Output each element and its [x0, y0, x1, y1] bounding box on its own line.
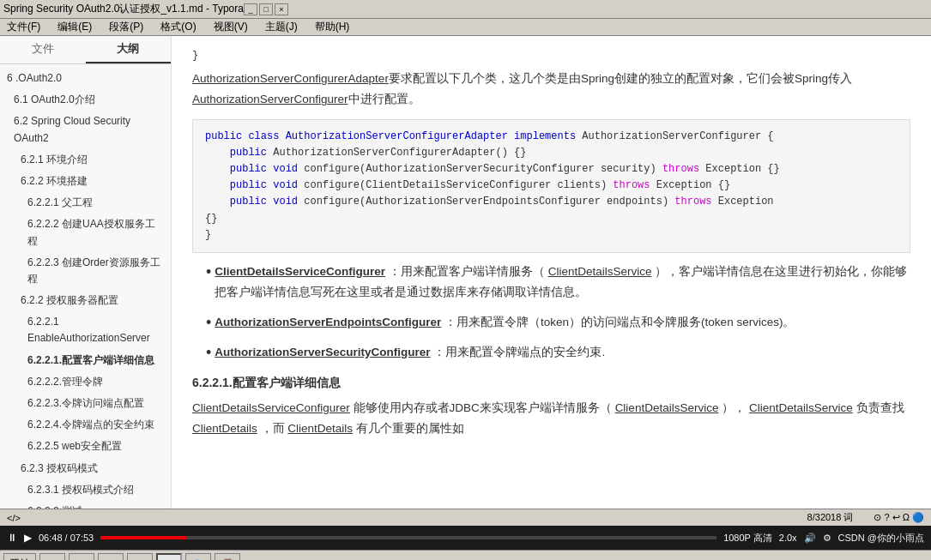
- code-line-4: public void configure(ClientDetailsServi…: [205, 178, 898, 194]
- bullet-dot-2: •: [206, 312, 211, 334]
- status-bar: </> 8/32018 词 ⊙ ? ↩ Ω 🔵: [0, 509, 931, 526]
- taskbar-skip[interactable]: ⏭: [98, 553, 124, 561]
- code-line-6: {}: [205, 211, 898, 227]
- taskbar-windows[interactable]: ⊞: [127, 553, 153, 561]
- taskbar-typora[interactable]: T: [156, 553, 182, 561]
- taskbar-app1[interactable]: 🎭: [185, 553, 211, 561]
- nav-item-env-intro[interactable]: 6.2.1 环境介绍: [0, 149, 171, 171]
- menu-view[interactable]: 视图(V): [209, 19, 253, 35]
- video-zoom: 2.0x: [779, 533, 797, 543]
- configurer-link[interactable]: AuthorizationServerConfigurer: [192, 93, 348, 105]
- sidebar-nav: 6 .OAuth2.0 6.1 OAuth2.0介绍 6.2 Spring Cl…: [0, 64, 171, 509]
- client-details-link2[interactable]: ClientDetails: [192, 422, 257, 435]
- client-details-link[interactable]: ClientDetailsServiceConfigurer: [215, 265, 385, 278]
- maximize-button[interactable]: □: [259, 3, 273, 15]
- menu-paragraph[interactable]: 段落(P): [104, 19, 148, 35]
- menu-file[interactable]: 文件(F): [2, 19, 45, 35]
- client-details-service-link3[interactable]: ClientDetailsService: [749, 401, 853, 414]
- menu-bar: 文件(F) 编辑(E) 段落(P) 格式(O) 视图(V) 主题(J) 帮助(H…: [0, 19, 931, 36]
- app-container: 文件 大纲 6 .OAuth2.0 6.1 OAuth2.0介绍 6.2 Spr…: [0, 36, 931, 509]
- intro-paragraph: AuthorizationServerConfigurerAdapter要求配置…: [192, 69, 910, 111]
- video-resolution: 1080P 高清: [723, 532, 772, 545]
- tab-outline[interactable]: 大纲: [86, 36, 172, 63]
- nav-item-config-client[interactable]: 6.2.2.1.配置客户端详细信息: [0, 350, 171, 371]
- taskbar: 开始 ⏸ ▶ ⏭ ⊞ T 🎭 🦁: [0, 550, 931, 560]
- bullet-dot-3: •: [206, 342, 211, 364]
- nav-item-token-security[interactable]: 6.2.2.4.令牌端点的安全约束: [0, 414, 171, 436]
- tab-files[interactable]: 文件: [0, 36, 86, 63]
- client-details-service-link[interactable]: ClientDetailsService: [548, 265, 652, 278]
- nav-item-enable-auth[interactable]: 6.2.2.1 EnableAuthorizationServer: [0, 311, 171, 349]
- word-count: 8/32018 词: [807, 511, 854, 524]
- nav-item-web-security[interactable]: 6.2.2.5 web安全配置: [0, 436, 171, 457]
- video-progress-bar[interactable]: [100, 536, 716, 539]
- section-heading: 6.2.2.1.配置客户端详细信息: [192, 376, 910, 391]
- nav-item-token-endpoint[interactable]: 6.2.2.3.令牌访问端点配置: [0, 393, 171, 414]
- video-pause-button[interactable]: ⏸: [7, 532, 17, 544]
- taskbar-app2[interactable]: 🦁: [215, 553, 240, 561]
- title-bar-buttons[interactable]: _ □ ×: [244, 3, 288, 15]
- bottom-paragraph: ClientDetailsServiceConfigurer 能够使用内存或者J…: [192, 398, 910, 440]
- bullet-item-1: • ClientDetailsServiceConfigurer ：用来配置客户…: [206, 262, 910, 304]
- sidebar: 文件 大纲 6 .OAuth2.0 6.1 OAuth2.0介绍 6.2 Spr…: [0, 36, 172, 509]
- code-line-7: }: [205, 227, 898, 244]
- bullet-dot-1: •: [206, 262, 211, 304]
- client-details-service-link2[interactable]: ClientDetailsService: [615, 401, 719, 414]
- nav-item-spring-cloud[interactable]: 6.2 Spring Cloud Security OAuth2: [0, 111, 171, 148]
- code-line-2: public AuthorizationServerConfigurerAdap…: [205, 145, 898, 161]
- bullet-item-2: • AuthorizationServerEndpointsConfigurer…: [206, 312, 910, 334]
- nav-item-order[interactable]: 6.2.2.3 创建Order资源服务工程: [0, 252, 171, 290]
- code-line-1: public class AuthorizationServerConfigur…: [205, 129, 898, 145]
- video-time: 06:48 / 07:53: [39, 533, 94, 543]
- adapter-link[interactable]: AuthorizationServerConfigurerAdapter: [192, 72, 389, 85]
- scrollbar-indicator: </>: [7, 513, 21, 523]
- video-progress-fill: [100, 536, 187, 539]
- menu-format[interactable]: 格式(O): [155, 19, 201, 35]
- nav-item-auth-code[interactable]: 6.2.3 授权码模式: [0, 458, 171, 479]
- code-line-3: public void configure(AuthorizationServe…: [205, 161, 898, 178]
- video-volume-icon[interactable]: 🔊: [804, 533, 816, 544]
- title-bar: Spring Security OAuth2.0认证授权_v1.1.md - T…: [0, 0, 931, 19]
- nav-item-auth-code-intro[interactable]: 6.2.3.1 授权码模式介绍: [0, 479, 171, 501]
- video-bar: ⏸ ▶ 06:48 / 07:53 1080P 高清 2.0x 🔊 ⚙ CSDN…: [0, 526, 931, 550]
- taskbar-pause[interactable]: ⏸: [39, 553, 65, 561]
- security-configurer-link[interactable]: AuthorizationServerSecurityConfigurer: [215, 346, 430, 358]
- sidebar-tabs: 文件 大纲: [0, 36, 171, 64]
- code-block: public class AuthorizationServerConfigur…: [192, 119, 910, 253]
- menu-edit[interactable]: 编辑(E): [52, 19, 97, 35]
- menu-theme[interactable]: 主题(J): [260, 19, 303, 35]
- bullet-item-3: • AuthorizationServerSecurityConfigurer …: [206, 342, 910, 364]
- status-icons: ⊙ ? ↩ Ω 🔵: [874, 512, 924, 523]
- nav-item-auth-code-test[interactable]: 6.2.3.2 测试: [0, 501, 171, 509]
- nav-item-uaa[interactable]: 6.2.2.2 创建UAA授权服务工程: [0, 214, 171, 251]
- client-details-link3[interactable]: ClientDetails: [287, 422, 353, 435]
- nav-item-oauth2[interactable]: 6 .OAuth2.0: [0, 68, 171, 89]
- nav-item-parent[interactable]: 6.2.2.1 父工程: [0, 192, 171, 214]
- taskbar-play[interactable]: ▶: [69, 553, 94, 561]
- menu-help[interactable]: 帮助(H): [310, 19, 355, 35]
- nav-item-auth-server-config[interactable]: 6.2.2 授权服务器配置: [0, 290, 171, 311]
- video-play-button[interactable]: ▶: [24, 532, 32, 544]
- start-button[interactable]: 开始: [3, 553, 36, 561]
- closing-brace: }: [192, 50, 910, 62]
- client-details-service-configurer-link2[interactable]: ClientDetailsServiceConfigurer: [192, 401, 350, 414]
- nav-item-oauth2-intro[interactable]: 6.1 OAuth2.0介绍: [0, 89, 171, 111]
- title-bar-text: Spring Security OAuth2.0认证授权_v1.1.md - T…: [3, 2, 244, 16]
- endpoints-configurer-link[interactable]: AuthorizationServerEndpointsConfigurer: [215, 316, 441, 328]
- minimize-button[interactable]: _: [244, 3, 257, 15]
- close-button[interactable]: ×: [275, 3, 288, 15]
- video-settings-icon[interactable]: ⚙: [823, 533, 831, 544]
- code-line-5: public void configure(AuthorizationServe…: [205, 194, 898, 210]
- video-brand: CSDN @你的小雨点: [838, 532, 924, 545]
- content-area[interactable]: } AuthorizationServerConfigurerAdapter要求…: [172, 36, 931, 509]
- nav-item-env-setup[interactable]: 6.2.2 环境搭建: [0, 171, 171, 192]
- nav-item-manage-token[interactable]: 6.2.2.2.管理令牌: [0, 371, 171, 393]
